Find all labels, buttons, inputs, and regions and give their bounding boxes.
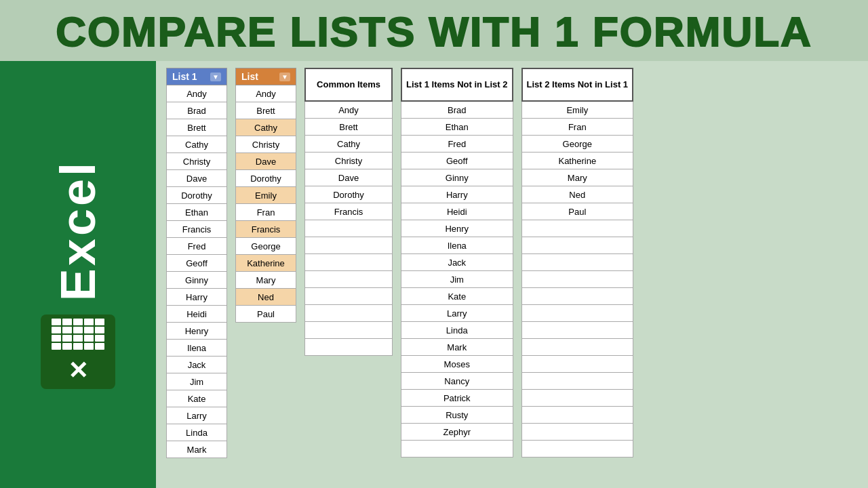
result-item: Emily — [521, 102, 634, 119]
result-item: Christy — [304, 152, 393, 169]
list-item: Cathy — [235, 119, 296, 136]
list1-not-in-list2-table: List 1 Items Not in List 2 Brad Ethan Fr… — [401, 68, 513, 481]
spreadsheet-area: List 1 ▼ Andy Brad Brett Cathy Christy D… — [156, 61, 868, 488]
list-item: Christy — [166, 153, 227, 170]
list1-dropdown-arrow[interactable]: ▼ — [210, 73, 221, 81]
list-item: Ethan — [166, 204, 227, 221]
result-item: Ilena — [401, 237, 513, 254]
list-item: Christy — [235, 136, 296, 153]
result-item — [521, 356, 634, 373]
list-item: Harry — [166, 289, 227, 306]
result-item: Brett — [304, 119, 393, 136]
result-item: Mark — [401, 339, 513, 356]
result-item — [304, 237, 393, 254]
list-item: Henry — [166, 323, 227, 340]
list-item: Linda — [166, 424, 227, 441]
list-item: Francis — [235, 221, 296, 238]
list-item: Brad — [166, 102, 227, 119]
result-item: Larry — [401, 305, 513, 322]
result-item: Patrick — [401, 390, 513, 407]
list1-header-label: List 1 — [172, 71, 197, 82]
result-item: Mary — [521, 169, 634, 186]
result-item: Brad — [401, 102, 513, 119]
result-item — [521, 390, 634, 407]
result-item — [521, 288, 634, 305]
result-item — [521, 305, 634, 322]
result-item: George — [521, 136, 634, 152]
list2-not-in-list1-header: List 2 Items Not in List 1 — [521, 68, 634, 102]
list-item: Geoff — [166, 255, 227, 272]
excel-logo-panel: Excel ✕ — [0, 61, 156, 488]
list-item: Mark — [166, 441, 227, 458]
list-item: Francis — [166, 221, 227, 238]
result-item — [521, 424, 634, 441]
result-item: Harry — [401, 186, 513, 203]
list-item: Jim — [166, 373, 227, 390]
result-item — [304, 254, 393, 271]
list-item: Katherine — [235, 255, 296, 272]
list-item: Andy — [235, 85, 296, 102]
result-item: Nancy — [401, 373, 513, 390]
list-item: Paul — [235, 306, 296, 323]
result-item — [521, 407, 634, 424]
result-item: Rusty — [401, 407, 513, 424]
result-item — [401, 441, 513, 458]
result-item: Geoff — [401, 152, 513, 169]
list-item: Fran — [235, 204, 296, 221]
list2-column: List ▼ Andy Brett Cathy Christy Dave Dor… — [235, 68, 296, 481]
result-item: Jim — [401, 271, 513, 288]
result-item — [521, 237, 634, 254]
list-item: Brett — [166, 119, 227, 136]
result-item: Linda — [401, 322, 513, 339]
list-item: Andy — [166, 85, 227, 102]
result-item: Francis — [304, 203, 393, 220]
list-item: Brett — [235, 102, 296, 119]
result-item: Dave — [304, 169, 393, 186]
result-item — [304, 322, 393, 339]
result-item: Fred — [401, 136, 513, 152]
result-item: Paul — [521, 203, 634, 220]
result-item — [521, 339, 634, 356]
list-item: Dave — [166, 170, 227, 187]
result-item: Moses — [401, 356, 513, 373]
list-item: Heidi — [166, 306, 227, 323]
list1-header[interactable]: List 1 ▼ — [166, 68, 227, 85]
result-item: Ginny — [401, 169, 513, 186]
result-item: Heidi — [401, 203, 513, 220]
result-item: Kate — [401, 288, 513, 305]
main-content: Excel ✕ List 1 ▼ Andy Brad Brett Cathy C… — [0, 61, 868, 488]
result-item — [521, 322, 634, 339]
result-item: Andy — [304, 102, 393, 119]
result-item: Dorothy — [304, 186, 393, 203]
list-item: Dave — [235, 153, 296, 170]
list-item: Kate — [166, 390, 227, 407]
list-item: Jack — [166, 357, 227, 373]
excel-grid — [52, 319, 104, 350]
result-item: Ned — [521, 186, 634, 203]
list1-column: List 1 ▼ Andy Brad Brett Cathy Christy D… — [166, 68, 227, 481]
list-item: Ned — [235, 289, 296, 306]
list-item: Cathy — [166, 136, 227, 153]
excel-x-icon: ✕ — [68, 357, 88, 385]
list2-header[interactable]: List ▼ — [235, 68, 296, 85]
result-item — [304, 220, 393, 237]
result-item — [304, 305, 393, 322]
result-item: Ethan — [401, 119, 513, 136]
result-item — [521, 373, 634, 390]
excel-icon: ✕ — [41, 314, 115, 389]
excel-text-logo: Excel — [50, 160, 106, 301]
list2-dropdown-arrow[interactable]: ▼ — [279, 73, 290, 81]
list-item: Larry — [166, 407, 227, 424]
result-item — [521, 441, 634, 458]
result-item: Henry — [401, 220, 513, 237]
page-title: Compare Lists with 1 Formula — [56, 7, 812, 56]
result-item — [304, 271, 393, 288]
page-header: Compare Lists with 1 Formula — [0, 0, 868, 61]
common-items-header: Common Items — [304, 68, 393, 102]
result-item: Jack — [401, 254, 513, 271]
result-item: Cathy — [304, 136, 393, 152]
common-items-table: Common Items Andy Brett Cathy Christy Da… — [304, 68, 393, 481]
result-item: Zephyr — [401, 424, 513, 441]
result-item — [304, 288, 393, 305]
result-item — [304, 339, 393, 356]
